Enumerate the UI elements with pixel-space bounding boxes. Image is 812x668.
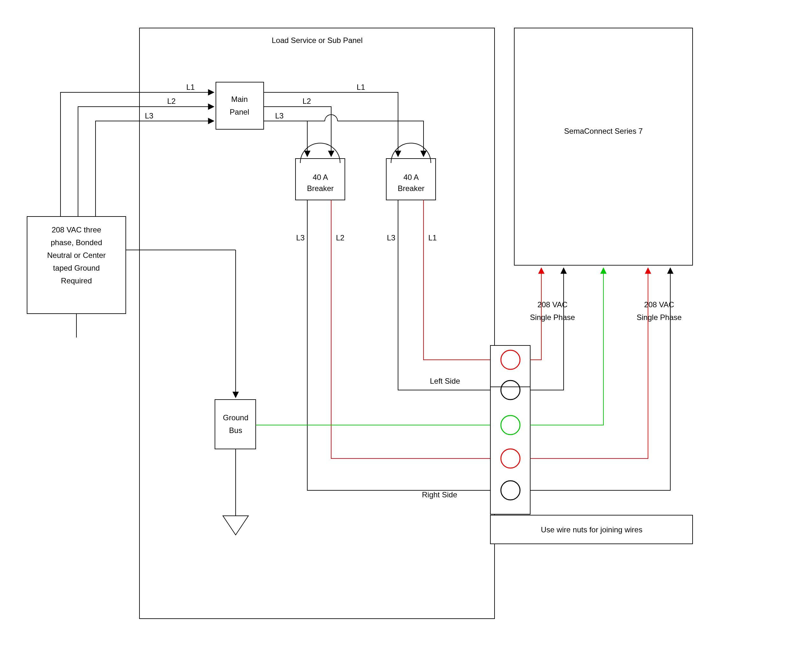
- label-L3-out: L3: [275, 112, 284, 120]
- breaker-2-l1: 40 A: [403, 173, 419, 182]
- right-side-label: Right Side: [422, 490, 457, 499]
- main-panel-l2: Panel: [230, 108, 249, 116]
- breaker-2-l2: Breaker: [398, 184, 424, 193]
- label-L1-in: L1: [186, 83, 195, 91]
- ground-bus: [215, 399, 256, 449]
- label-L3-in: L3: [145, 112, 154, 120]
- panel-title: Load Service or Sub Panel: [272, 36, 363, 45]
- main-panel-l1: Main: [231, 95, 248, 104]
- load-service-panel: [139, 28, 495, 619]
- source-l2: phase, Bonded: [51, 238, 102, 247]
- label-L1-out: L1: [357, 83, 365, 91]
- wire-up-black-1: [530, 269, 564, 390]
- breaker-1-l2: Breaker: [307, 184, 334, 193]
- source-l4: taped Ground: [53, 264, 100, 272]
- label-b1-L2: L2: [336, 234, 344, 242]
- source-l1: 208 VAC three: [52, 225, 101, 234]
- ground-bus-l1: Ground: [223, 413, 248, 422]
- phase2-l2: Single Phase: [637, 313, 682, 322]
- wiring-diagram: Load Service or Sub Panel 208 VAC three …: [0, 0, 812, 668]
- main-panel: [216, 82, 264, 129]
- breaker-1-l1: 40 A: [313, 173, 328, 182]
- source-l5: Required: [61, 276, 92, 285]
- label-b1-L3: L3: [296, 234, 305, 242]
- wire-up-red-2: [530, 269, 648, 459]
- wire-nuts-label: Use wire nuts for joining wires: [541, 525, 643, 534]
- label-L2-in: L2: [167, 97, 176, 105]
- ground-bus-l2: Bus: [229, 426, 242, 434]
- label-b2-L3: L3: [387, 234, 396, 242]
- label-L2-out: L2: [302, 97, 311, 105]
- phase1-l1: 208 VAC: [538, 300, 568, 309]
- semaconnect-box: [514, 28, 693, 265]
- left-side-label: Left Side: [430, 377, 460, 385]
- right-side-box: [490, 387, 530, 514]
- semaconnect-label: SemaConnect Series 7: [564, 127, 643, 135]
- source-l3: Neutral or Center: [47, 251, 106, 259]
- phase2-l1: 208 VAC: [644, 300, 674, 309]
- phase1-l2: Single Phase: [530, 313, 575, 322]
- label-b2-L1: L1: [428, 234, 437, 242]
